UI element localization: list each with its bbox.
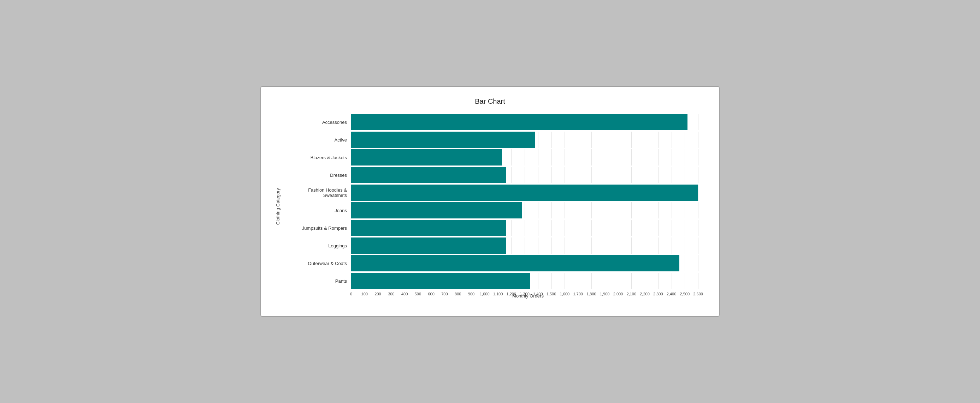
x-tick-label: 1,900 xyxy=(600,292,610,296)
bar-track xyxy=(351,167,705,183)
bar-category-label: Jumpsuits & Rompers xyxy=(284,225,351,231)
bar-track xyxy=(351,273,705,289)
x-tick-label: 2,200 xyxy=(640,292,650,296)
bar-row: Jumpsuits & Rompers xyxy=(284,220,705,236)
x-tick-label: 1,300 xyxy=(520,292,530,296)
bar-category-label: Fashion Hoodies & Sweatshirts xyxy=(284,187,351,198)
chart-container: Bar Chart Clothing Category AccessoriesA… xyxy=(260,86,720,317)
bar-category-label: Jeans xyxy=(284,208,351,213)
bar-track xyxy=(351,114,705,130)
bar-track xyxy=(351,255,705,271)
bar-fill xyxy=(351,114,687,130)
bar-category-label: Accessories xyxy=(284,120,351,125)
x-tick-label: 1,700 xyxy=(573,292,583,296)
bar-track xyxy=(351,184,705,201)
x-tick-label: 1,100 xyxy=(493,292,503,296)
x-tick-label: 0 xyxy=(350,292,352,296)
bar-track xyxy=(351,220,705,236)
bar-row: Jeans xyxy=(284,202,705,219)
x-tick-label: 2,400 xyxy=(667,292,676,296)
x-tick-label: 1,200 xyxy=(507,292,517,296)
bar-fill xyxy=(351,255,679,271)
x-tick-label: 2,100 xyxy=(626,292,636,296)
chart-inner: AccessoriesActiveBlazers & JacketsDresse… xyxy=(284,114,705,298)
bar-track xyxy=(351,202,705,219)
x-tick-label: 100 xyxy=(361,292,368,296)
chart-title: Bar Chart xyxy=(275,97,705,106)
bar-fill xyxy=(351,220,506,236)
x-tick-label: 300 xyxy=(388,292,394,296)
x-tick-label: 2,000 xyxy=(613,292,623,296)
bar-track xyxy=(351,149,705,165)
x-tick-label: 200 xyxy=(374,292,381,296)
bar-row: Leggings xyxy=(284,238,705,254)
x-tick-label: 500 xyxy=(415,292,421,296)
bar-track xyxy=(351,238,705,254)
x-tick-label: 400 xyxy=(401,292,408,296)
bar-category-label: Active xyxy=(284,137,351,143)
bar-row: Accessories xyxy=(284,114,705,130)
bar-category-label: Dresses xyxy=(284,173,351,178)
bar-fill xyxy=(351,184,698,201)
bar-row: Dresses xyxy=(284,167,705,183)
x-tick-label: 2,500 xyxy=(680,292,690,296)
bar-category-label: Blazers & Jackets xyxy=(284,155,351,160)
bar-category-label: Leggings xyxy=(284,243,351,248)
bar-track xyxy=(351,132,705,148)
x-tick-label: 2,600 xyxy=(693,292,703,296)
bar-category-label: Outerwear & Coats xyxy=(284,261,351,266)
x-tick-label: 1,600 xyxy=(560,292,570,296)
bar-rows: AccessoriesActiveBlazers & JacketsDresse… xyxy=(284,114,705,289)
bar-row: Fashion Hoodies & Sweatshirts xyxy=(284,184,705,201)
x-tick-label: 1,800 xyxy=(587,292,597,296)
bar-fill xyxy=(351,273,530,289)
bar-fill xyxy=(351,202,522,219)
y-axis-label: Clothing Category xyxy=(275,114,280,298)
x-tick-label: 600 xyxy=(428,292,434,296)
x-tick-label: 2,300 xyxy=(653,292,663,296)
bar-fill xyxy=(351,167,506,183)
x-tick-label: 1,400 xyxy=(533,292,543,296)
bar-row: Blazers & Jackets xyxy=(284,149,705,165)
x-tick-label: 800 xyxy=(455,292,461,296)
bar-row: Pants xyxy=(284,273,705,289)
bar-fill xyxy=(351,132,535,148)
x-tick-label: 1,000 xyxy=(480,292,490,296)
x-tick-label: 900 xyxy=(468,292,474,296)
bar-row: Active xyxy=(284,132,705,148)
bar-fill xyxy=(351,238,506,254)
x-tick-label: 1,500 xyxy=(547,292,557,296)
x-tick-label: 700 xyxy=(441,292,448,296)
bar-fill xyxy=(351,149,502,165)
bar-category-label: Pants xyxy=(284,278,351,284)
bar-row: Outerwear & Coats xyxy=(284,255,705,271)
